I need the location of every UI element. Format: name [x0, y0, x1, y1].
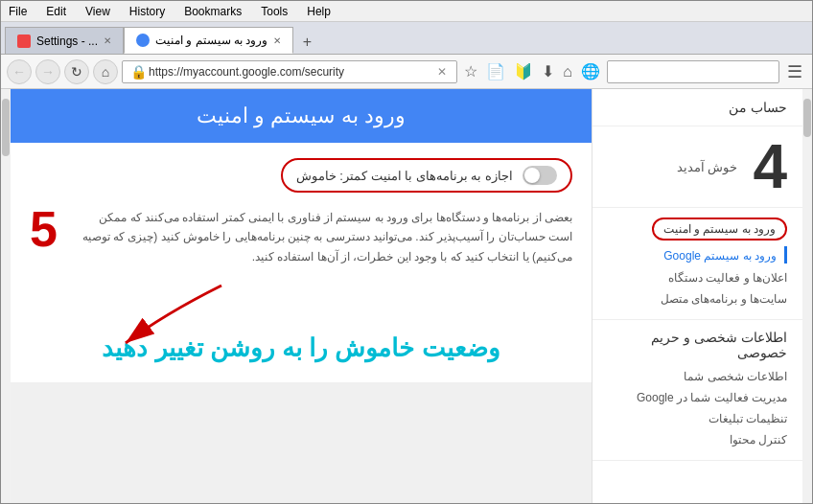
globe-icon[interactable]: 🌐 — [578, 60, 603, 82]
address-text: https://myaccount.google.com/security — [149, 65, 433, 79]
welcome-label: خوش آمدید — [677, 160, 738, 174]
tab-security[interactable]: ورود به سیستم و امنیت ✕ — [124, 27, 293, 54]
annotation-area: وضعیت خاموش را به روشن تغییر دهید — [11, 286, 592, 382]
lock-icon: 🔒 — [130, 64, 147, 80]
red-arrow-svg — [68, 276, 260, 353]
menu-edit[interactable]: Edit — [42, 3, 70, 20]
description-text: بعضی از برنامه‌ها و دستگاه‌ها برای ورود … — [78, 204, 572, 270]
tabs-bar: Settings - ... ✕ ورود به سیستم و امنیت ✕… — [1, 22, 812, 55]
main-scrollbar[interactable] — [1, 89, 11, 503]
welcome-block: خوش آمدید — [677, 158, 738, 175]
back-button[interactable]: ← — [7, 59, 32, 84]
google-favicon — [136, 34, 150, 47]
menu-file[interactable]: File — [5, 3, 31, 20]
account-label: حساب من — [729, 100, 787, 115]
content-area: ورود به سیستم و امنیت اجازه به برنامه‌ها… — [1, 89, 812, 503]
sidebar-content-control[interactable]: کنترل محتوا — [608, 429, 787, 450]
account-title: حساب من — [608, 99, 787, 116]
menu-help[interactable]: Help — [303, 3, 335, 20]
tab-gmail[interactable]: Settings - ... ✕ — [5, 27, 124, 54]
sidebar-connected-apps[interactable]: سایت‌ها و برنامه‌های متصل — [608, 288, 787, 309]
address-clear-button[interactable]: ✕ — [433, 65, 451, 79]
description-text-block: بعضی از برنامه‌ها و دستگاه‌ها برای ورود … — [78, 204, 572, 270]
sidebar-ads[interactable]: تنظیمات تبلیغات — [608, 408, 787, 429]
sidebar-security-items: ورود به سیستم و امنیت ورود به سیستم Goog… — [592, 208, 802, 320]
search-field[interactable] — [607, 60, 779, 83]
forward-button[interactable]: → — [35, 59, 60, 84]
number-4: 4 — [753, 136, 787, 197]
reload-button[interactable]: ↻ — [64, 59, 89, 84]
download-icon[interactable]: ⬇ — [539, 60, 557, 82]
sidebar-notifications[interactable]: اعلان‌ها و فعالیت دستگاه — [608, 267, 787, 288]
menu-view[interactable]: View — [81, 3, 114, 20]
sidebar-signin-security[interactable]: ورود به سیستم و امنیت — [652, 218, 787, 241]
bookmark-page-icon[interactable]: 📄 — [483, 60, 508, 82]
sidebar-privacy-section: اطلاعات شخصی و حریم خصوصی اطلاعات شخصی ش… — [592, 320, 802, 461]
sidebar-number-section: خوش آمدید 4 — [592, 126, 802, 208]
tab-security-close[interactable]: ✕ — [273, 35, 281, 46]
main-panel: ورود به سیستم و امنیت اجازه به برنامه‌ها… — [11, 89, 592, 503]
menubar: File Edit View History Bookmarks Tools H… — [1, 1, 812, 22]
browser-window: File Edit View History Bookmarks Tools H… — [0, 0, 813, 504]
address-bar-field[interactable]: 🔒 https://myaccount.google.com/security … — [122, 60, 457, 83]
right-sidebar: حساب من خوش آمدید 4 ورود به سیستم و امنی… — [592, 89, 802, 503]
menu-tools[interactable]: Tools — [257, 3, 291, 20]
sidebar-google-signin-label: ورود به سیستم Google — [663, 249, 777, 263]
tab-gmail-close[interactable]: ✕ — [104, 35, 111, 46]
sidebar-personal-info[interactable]: اطلاعات شخصی شما — [608, 366, 787, 387]
page-header: ورود به سیستم و امنیت — [11, 89, 592, 143]
browser-menu-button[interactable]: ☰ — [783, 59, 806, 84]
toggle-oval: اجازه به برنامه‌های با امنیت کمتر: خاموش — [281, 158, 572, 193]
sidebar-privacy-title: اطلاعات شخصی و حریم خصوصی — [608, 330, 787, 360]
toggle-row: اجازه به برنامه‌های با امنیت کمتر: خاموش — [30, 158, 572, 193]
toggle-switch[interactable] — [523, 166, 557, 185]
shield-icon[interactable]: 🔰 — [511, 60, 536, 82]
menu-bookmarks[interactable]: Bookmarks — [180, 3, 245, 20]
addressbar: ← → ↻ ⌂ 🔒 https://myaccount.google.com/s… — [1, 55, 812, 89]
home-icon[interactable]: ⌂ — [560, 61, 575, 82]
sidebar-google-signin[interactable]: ورود به سیستم Google — [608, 246, 787, 263]
security-section: اجازه به برنامه‌های با امنیت کمتر: خاموش… — [11, 143, 592, 286]
step-5-block: 5 — [30, 204, 78, 254]
gmail-favicon — [17, 34, 31, 48]
new-tab-button[interactable]: + — [293, 31, 320, 54]
description-block: 5 بعضی از برنامه‌ها و دستگاه‌ها برای ورو… — [30, 204, 572, 270]
toolbar-icons: ☆ 📄 🔰 ⬇ ⌂ 🌐 — [461, 60, 603, 82]
tab-gmail-label: Settings - ... — [36, 34, 98, 48]
tab-security-label: ورود به سیستم و امنیت — [155, 34, 267, 47]
sidebar-account-section: حساب من — [592, 89, 802, 126]
bookmark-star-icon[interactable]: ☆ — [461, 60, 480, 82]
main-scrollbar-thumb[interactable] — [2, 99, 10, 156]
page-title: ورود به سیستم و امنیت — [197, 103, 405, 128]
sidebar-signin-security-wrapper: ورود به سیستم و امنیت — [608, 218, 787, 241]
sidebar-activity[interactable]: مدیریت فعالیت شما در Google — [608, 387, 787, 408]
step-number-5: 5 — [30, 201, 58, 257]
sidebar-scrollbar[interactable] — [802, 89, 812, 503]
toggle-label: اجازه به برنامه‌های با امنیت کمتر: خاموش — [296, 169, 513, 183]
home-button[interactable]: ⌂ — [93, 59, 118, 84]
menu-history[interactable]: History — [126, 3, 169, 20]
sidebar-scrollbar-thumb[interactable] — [803, 99, 811, 137]
